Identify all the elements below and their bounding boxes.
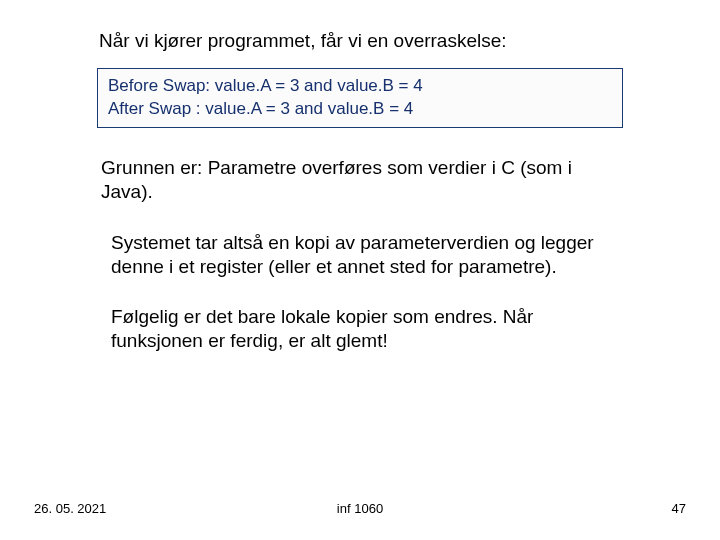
slide-heading: Når vi kjører programmet, får vi en over… <box>99 30 625 52</box>
paragraph-conclusion: Følgelig er det bare lokale kopier som e… <box>111 305 625 354</box>
slide-footer: 26. 05. 2021 inf 1060 47 <box>0 501 720 516</box>
footer-course: inf 1060 <box>337 501 383 516</box>
paragraph-reason: Grunnen er: Parametre overføres som verd… <box>101 156 625 205</box>
footer-date: 26. 05. 2021 <box>34 501 106 516</box>
slide-container: Når vi kjører programmet, får vi en over… <box>0 0 720 540</box>
output-line-before: Before Swap: value.A = 3 and value.B = 4 <box>108 75 612 98</box>
footer-page-number: 47 <box>672 501 686 516</box>
output-line-after: After Swap : value.A = 3 and value.B = 4 <box>108 98 612 121</box>
program-output-box: Before Swap: value.A = 3 and value.B = 4… <box>97 68 623 128</box>
paragraph-system-copy: Systemet tar altså en kopi av parameterv… <box>111 231 625 280</box>
